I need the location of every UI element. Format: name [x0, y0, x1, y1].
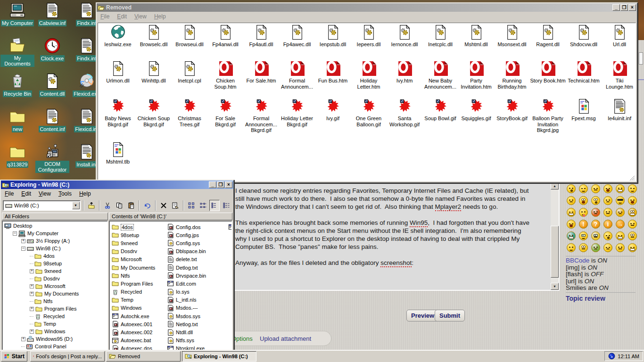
file-icon-item[interactable]: Browselc.dll — [136, 25, 172, 48]
file-icon-item[interactable]: Inetcplc.dll — [422, 25, 458, 48]
file-icon-item[interactable]: Santa Workshop.gif — [387, 99, 422, 133]
smiley-giggle[interactable] — [567, 220, 576, 229]
contents-item-msdos-[interactable]: Msdos.--- — [167, 304, 206, 312]
tree-item-windows95-d-[interactable]: +Windows95 (D:) — [3, 335, 107, 343]
file-icon-item[interactable]: Chicken Soup.htm — [207, 61, 243, 90]
smiley-tongue[interactable] — [579, 208, 588, 217]
tree-item-9xneed[interactable]: +9xneed — [3, 267, 107, 275]
tree-item-98setup[interactable]: 98setup — [3, 260, 107, 267]
desktop-icon-q313829[interactable]: q313829 — [0, 144, 34, 168]
tree-item-ntfs[interactable]: Ntfs — [3, 297, 107, 305]
tree-item-dosdrv[interactable]: Dosdrv — [3, 275, 107, 282]
copy-button[interactable] — [114, 200, 125, 211]
file-icon-item[interactable]: Fp4awec.dll — [279, 25, 315, 48]
file-icon-item[interactable]: Fun Bus.htm — [315, 61, 351, 90]
scrollbar-thumb[interactable] — [551, 226, 559, 278]
tree-item-control-panel[interactable]: Control Panel — [3, 343, 107, 350]
contents-item-drvspace-bin[interactable]: Drvspace.bin — [167, 272, 206, 280]
up-directory-button[interactable] — [86, 200, 97, 211]
preview-button[interactable]: Preview — [406, 310, 439, 321]
minimize-button[interactable]: _ — [209, 181, 216, 188]
taskbar-button-fool-s-design-post-a-reply-[interactable]: Fool's design | Post a reply... — [30, 351, 105, 362]
menu-item-tools[interactable]: Tools — [55, 189, 75, 198]
contents-item-autoexec-001[interactable]: Autoexec.001 — [112, 320, 155, 328]
smiley-cool[interactable] — [616, 196, 625, 205]
file-icon-item[interactable]: Ivy.gif — [315, 99, 351, 133]
file-icon-item[interactable]: New Baby Announcem... — [422, 61, 458, 90]
tree-item-my-computer[interactable]: −My Computer — [3, 230, 107, 237]
explorer-titlebar[interactable]: Exploring - Win98 (C:) _ ❐ × — [1, 181, 233, 189]
contents-item-program-files[interactable]: Program Files — [112, 280, 155, 288]
smiley-laugh[interactable] — [603, 184, 612, 193]
cut-button[interactable] — [102, 200, 113, 211]
smiley-teal-grin[interactable] — [567, 231, 576, 240]
contents-item-detlog-txt[interactable]: Detlog.txt — [167, 263, 206, 272]
file-icon-item[interactable]: Ivy.htm — [387, 61, 422, 90]
file-icon-item[interactable]: Fp4autl.dll — [243, 25, 279, 48]
smiley-think[interactable] — [616, 243, 625, 252]
smiley-beat-up[interactable] — [603, 243, 612, 252]
delete-button[interactable] — [158, 200, 169, 211]
menu-item-edit[interactable]: Edit — [17, 189, 35, 198]
menu-item-file[interactable]: File — [1, 189, 17, 198]
contents-item-recycled[interactable]: Recycled — [112, 288, 155, 296]
address-combobox[interactable]: Win98 (C:) ▼ — [3, 200, 81, 211]
smiley-arrow[interactable]: → — [616, 220, 625, 229]
smiley-worried[interactable] — [603, 196, 612, 205]
file-icon-item[interactable]: Formal Announcem... — [279, 61, 315, 90]
smiley-stare[interactable] — [579, 243, 588, 252]
menu-item-view[interactable]: View — [35, 189, 55, 198]
smiley-squint[interactable] — [579, 184, 588, 193]
taskbar-button-exploring-win98-c-[interactable]: Exploring - Win98 (C:) — [182, 351, 256, 362]
contents-item-l-intl-nls[interactable]: L_intl.nls — [167, 296, 206, 304]
smiley-shy[interactable] — [603, 231, 612, 240]
tree-expander[interactable]: + — [30, 329, 34, 334]
file-icon-item[interactable]: Mshtml.dll — [458, 25, 494, 48]
bbcode-link[interactable]: BBCode — [566, 257, 589, 264]
file-icon-item[interactable]: Msonsext.dll — [494, 25, 530, 48]
agent-ball-icon[interactable]: a — [608, 353, 615, 360]
menu-item-file[interactable]: File — [97, 12, 113, 21]
contents-item-config-jps[interactable]: Config.jps — [167, 231, 206, 239]
file-icon-item[interactable]: Shdocvw.dll — [566, 25, 602, 48]
undo-button[interactable] — [142, 200, 153, 211]
smiley-wink[interactable] — [628, 184, 637, 193]
contents-item-autoexec-002[interactable]: Autoexec.002 — [112, 328, 155, 336]
contents-item-4dos[interactable]: 4dos — [112, 223, 155, 231]
chevron-down-icon[interactable]: ▼ — [72, 202, 80, 209]
file-icon-item[interactable]: Balloon Party Invitation Bkgrd.jpg — [530, 99, 566, 133]
tree-item-desktop[interactable]: Desktop — [3, 222, 107, 230]
smiley-geek[interactable] — [579, 231, 588, 240]
contents-item-windows[interactable]: Windows — [112, 304, 155, 312]
tree-expander[interactable]: + — [21, 337, 25, 341]
contents-item-w98[interactable]: W98 — [228, 223, 232, 231]
desktop-icon-dcom-configurator[interactable]: DCOM Configurator — [35, 144, 69, 173]
file-icon-item[interactable]: Tiki Lounge.htm — [602, 61, 636, 90]
smiley-grin[interactable] — [616, 184, 625, 193]
scroll-down-button[interactable]: ▼ — [551, 283, 559, 290]
contents-item-edit-com[interactable]: Edit.com — [167, 280, 206, 288]
submit-button[interactable]: Submit — [435, 310, 465, 321]
smiley-mad[interactable] — [591, 208, 600, 217]
tree-expander[interactable]: + — [30, 284, 34, 288]
smiley-wave[interactable] — [567, 243, 576, 252]
tab-options[interactable]: Options — [231, 335, 253, 342]
menu-item-view[interactable]: View — [131, 12, 150, 21]
resize-grip[interactable] — [629, 174, 635, 181]
file-icon-item[interactable]: Ieshwiz.exe — [100, 25, 136, 48]
tree-item-windows[interactable]: +Windows — [3, 328, 107, 335]
smiley-happy[interactable] — [616, 231, 625, 240]
smiley-sick[interactable] — [591, 243, 600, 252]
view-details-button[interactable] — [221, 200, 231, 211]
file-icon-item[interactable]: Technical.htm — [566, 61, 602, 90]
contents-item-ntdll-dll[interactable]: Ntdll.dll — [167, 328, 206, 336]
file-icon-item[interactable]: For Sale Bkgrd.gif — [207, 99, 243, 133]
smiley-idea[interactable]: i — [603, 220, 612, 229]
file-icon-item[interactable]: Fp4anwi.dll — [207, 25, 243, 48]
start-button[interactable]: Start — [1, 351, 27, 362]
smiley-neutral[interactable] — [628, 220, 637, 229]
view-list-button[interactable] — [209, 200, 220, 211]
contents-item-config-dos[interactable]: Config.dos — [167, 223, 206, 231]
minimize-button[interactable]: _ — [612, 4, 620, 11]
smiley-chatter[interactable] — [628, 243, 637, 252]
